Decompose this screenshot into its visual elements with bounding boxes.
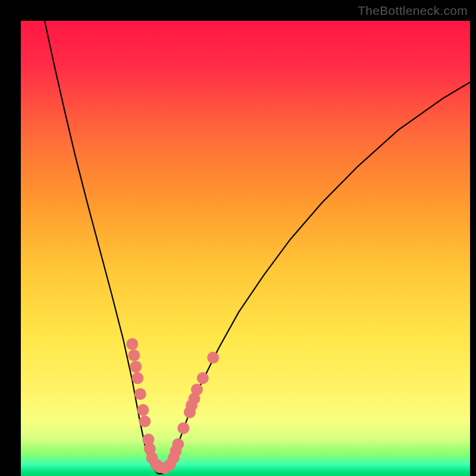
watermark-text: TheBottleneck.com: [358, 4, 468, 18]
scatter-point: [126, 338, 138, 350]
bottleneck-curve-line: [45, 21, 470, 474]
scatter-point: [191, 384, 203, 396]
scatter-point: [130, 361, 142, 372]
scatter-point: [197, 372, 209, 384]
scatter-point: [172, 438, 184, 450]
scatter-points-group: [126, 338, 219, 474]
scatter-point: [131, 372, 143, 384]
curve-layer: [21, 21, 470, 476]
scatter-point: [137, 404, 149, 416]
scatter-point: [207, 352, 219, 364]
scatter-point: [128, 349, 140, 361]
scatter-point: [134, 388, 146, 400]
scatter-point: [139, 415, 151, 427]
scatter-point: [177, 422, 189, 434]
chart-container: [21, 21, 470, 476]
